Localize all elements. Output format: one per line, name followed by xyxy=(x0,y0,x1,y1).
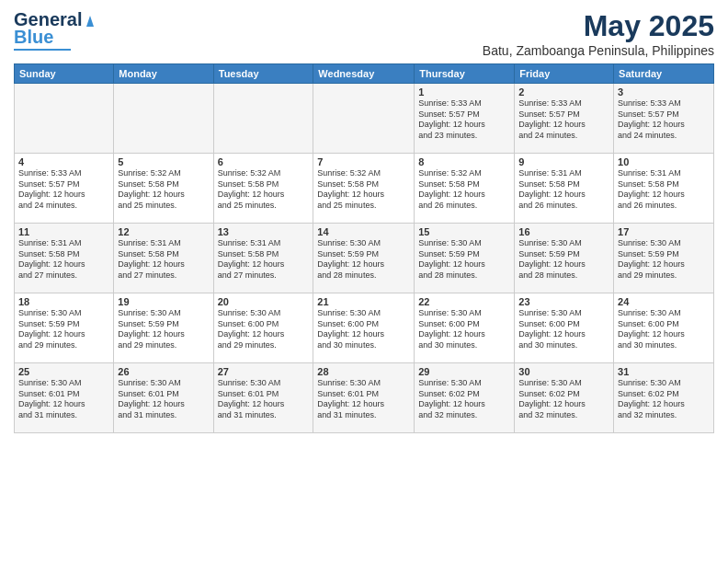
cell-0-4: 1Sunrise: 5:33 AM Sunset: 5:57 PM Daylig… xyxy=(415,84,515,154)
cell-1-1: 5Sunrise: 5:32 AM Sunset: 5:58 PM Daylig… xyxy=(114,154,213,224)
week-row-2: 11Sunrise: 5:31 AM Sunset: 5:58 PM Dayli… xyxy=(15,224,714,293)
cell-info: Sunrise: 5:30 AM Sunset: 6:00 PM Dayligh… xyxy=(618,308,710,351)
cell-3-4: 22Sunrise: 5:30 AM Sunset: 6:00 PM Dayli… xyxy=(415,293,515,363)
cell-2-1: 12Sunrise: 5:31 AM Sunset: 5:58 PM Dayli… xyxy=(114,224,213,293)
day-number: 5 xyxy=(118,156,209,167)
cell-info: Sunrise: 5:30 AM Sunset: 5:59 PM Dayligh… xyxy=(18,308,109,351)
cell-info: Sunrise: 5:30 AM Sunset: 6:02 PM Dayligh… xyxy=(618,378,710,421)
cell-info: Sunrise: 5:30 AM Sunset: 6:01 PM Dayligh… xyxy=(118,378,209,421)
cell-info: Sunrise: 5:30 AM Sunset: 5:59 PM Dayligh… xyxy=(618,238,710,282)
day-number: 8 xyxy=(418,156,510,167)
week-row-3: 18Sunrise: 5:30 AM Sunset: 5:59 PM Dayli… xyxy=(15,293,714,363)
day-number: 26 xyxy=(118,366,209,377)
cell-info: Sunrise: 5:30 AM Sunset: 6:02 PM Dayligh… xyxy=(518,378,609,421)
cell-0-2 xyxy=(213,84,313,154)
title-block: May 2025 Batu, Zamboanga Peninsula, Phil… xyxy=(483,9,714,58)
cell-4-4: 29Sunrise: 5:30 AM Sunset: 6:02 PM Dayli… xyxy=(415,363,515,433)
cell-0-6: 3Sunrise: 5:33 AM Sunset: 5:57 PM Daylig… xyxy=(614,84,714,154)
calendar-subtitle: Batu, Zamboanga Peninsula, Philippines xyxy=(483,43,714,58)
cell-info: Sunrise: 5:31 AM Sunset: 5:58 PM Dayligh… xyxy=(118,238,209,282)
cell-1-6: 10Sunrise: 5:31 AM Sunset: 5:58 PM Dayli… xyxy=(614,154,714,224)
day-number: 9 xyxy=(518,156,609,167)
day-number: 20 xyxy=(218,296,310,307)
cell-info: Sunrise: 5:33 AM Sunset: 5:57 PM Dayligh… xyxy=(18,168,109,212)
cell-info: Sunrise: 5:33 AM Sunset: 5:57 PM Dayligh… xyxy=(618,98,710,142)
cell-1-3: 7Sunrise: 5:32 AM Sunset: 5:58 PM Daylig… xyxy=(313,154,415,224)
logo-blue: Blue xyxy=(14,27,53,48)
day-number: 21 xyxy=(317,296,410,307)
day-number: 25 xyxy=(18,366,109,377)
col-friday: Friday xyxy=(515,64,614,84)
cell-1-0: 4Sunrise: 5:33 AM Sunset: 5:57 PM Daylig… xyxy=(15,154,114,224)
calendar-table: Sunday Monday Tuesday Wednesday Thursday… xyxy=(14,63,714,433)
calendar-page: General Blue May 2025 Batu, Zamboanga Pe… xyxy=(0,0,728,563)
header-row: Sunday Monday Tuesday Wednesday Thursday… xyxy=(15,64,714,84)
cell-info: Sunrise: 5:33 AM Sunset: 5:57 PM Dayligh… xyxy=(518,98,609,142)
day-number: 31 xyxy=(618,366,710,377)
day-number: 11 xyxy=(18,226,109,237)
col-saturday: Saturday xyxy=(614,64,714,84)
cell-info: Sunrise: 5:30 AM Sunset: 5:59 PM Dayligh… xyxy=(118,308,209,351)
day-number: 16 xyxy=(518,226,609,237)
week-row-4: 25Sunrise: 5:30 AM Sunset: 6:01 PM Dayli… xyxy=(15,363,714,433)
day-number: 14 xyxy=(317,226,410,237)
day-number: 28 xyxy=(317,366,410,377)
cell-4-3: 28Sunrise: 5:30 AM Sunset: 6:01 PM Dayli… xyxy=(313,363,415,433)
day-number: 13 xyxy=(218,226,310,237)
cell-4-5: 30Sunrise: 5:30 AM Sunset: 6:02 PM Dayli… xyxy=(515,363,614,433)
day-number: 10 xyxy=(618,156,710,167)
day-number: 7 xyxy=(317,156,410,167)
cell-info: Sunrise: 5:30 AM Sunset: 5:59 PM Dayligh… xyxy=(317,238,410,282)
day-number: 29 xyxy=(418,366,510,377)
cell-info: Sunrise: 5:30 AM Sunset: 5:59 PM Dayligh… xyxy=(518,238,609,282)
cell-4-6: 31Sunrise: 5:30 AM Sunset: 6:02 PM Dayli… xyxy=(614,363,714,433)
cell-info: Sunrise: 5:31 AM Sunset: 5:58 PM Dayligh… xyxy=(218,238,310,282)
cell-3-6: 24Sunrise: 5:30 AM Sunset: 6:00 PM Dayli… xyxy=(614,293,714,363)
week-row-0: 1Sunrise: 5:33 AM Sunset: 5:57 PM Daylig… xyxy=(15,84,714,154)
col-wednesday: Wednesday xyxy=(313,64,415,84)
logo-underline xyxy=(14,49,71,51)
cell-info: Sunrise: 5:30 AM Sunset: 6:02 PM Dayligh… xyxy=(418,378,510,421)
cell-3-2: 20Sunrise: 5:30 AM Sunset: 6:00 PM Dayli… xyxy=(213,293,313,363)
col-monday: Monday xyxy=(114,64,213,84)
cell-2-5: 16Sunrise: 5:30 AM Sunset: 5:59 PM Dayli… xyxy=(515,224,614,293)
cell-0-5: 2Sunrise: 5:33 AM Sunset: 5:57 PM Daylig… xyxy=(515,84,614,154)
day-number: 24 xyxy=(618,296,710,307)
cell-2-3: 14Sunrise: 5:30 AM Sunset: 5:59 PM Dayli… xyxy=(313,224,415,293)
cell-3-3: 21Sunrise: 5:30 AM Sunset: 6:00 PM Dayli… xyxy=(313,293,415,363)
cell-info: Sunrise: 5:31 AM Sunset: 5:58 PM Dayligh… xyxy=(618,168,710,212)
cell-info: Sunrise: 5:32 AM Sunset: 5:58 PM Dayligh… xyxy=(118,168,209,212)
week-row-1: 4Sunrise: 5:33 AM Sunset: 5:57 PM Daylig… xyxy=(15,154,714,224)
cell-3-0: 18Sunrise: 5:30 AM Sunset: 5:59 PM Dayli… xyxy=(15,293,114,363)
logo-triangle-icon xyxy=(82,12,98,29)
day-number: 17 xyxy=(618,226,710,237)
cell-2-0: 11Sunrise: 5:31 AM Sunset: 5:58 PM Dayli… xyxy=(15,224,114,293)
cell-info: Sunrise: 5:32 AM Sunset: 5:58 PM Dayligh… xyxy=(317,168,410,212)
cell-info: Sunrise: 5:33 AM Sunset: 5:57 PM Dayligh… xyxy=(418,98,510,142)
cell-3-1: 19Sunrise: 5:30 AM Sunset: 5:59 PM Dayli… xyxy=(114,293,213,363)
cell-1-4: 8Sunrise: 5:32 AM Sunset: 5:58 PM Daylig… xyxy=(415,154,515,224)
cell-4-0: 25Sunrise: 5:30 AM Sunset: 6:01 PM Dayli… xyxy=(15,363,114,433)
cell-info: Sunrise: 5:32 AM Sunset: 5:58 PM Dayligh… xyxy=(418,168,510,212)
day-number: 18 xyxy=(18,296,109,307)
logo: General Blue xyxy=(14,9,98,51)
cell-info: Sunrise: 5:30 AM Sunset: 5:59 PM Dayligh… xyxy=(418,238,510,282)
cell-2-2: 13Sunrise: 5:31 AM Sunset: 5:58 PM Dayli… xyxy=(213,224,313,293)
day-number: 22 xyxy=(418,296,510,307)
cell-0-0 xyxy=(15,84,114,154)
header: General Blue May 2025 Batu, Zamboanga Pe… xyxy=(14,9,714,58)
cell-info: Sunrise: 5:30 AM Sunset: 6:00 PM Dayligh… xyxy=(317,308,410,351)
day-number: 19 xyxy=(118,296,209,307)
col-sunday: Sunday xyxy=(15,64,114,84)
svg-marker-0 xyxy=(86,16,94,27)
day-number: 6 xyxy=(218,156,310,167)
cell-4-1: 26Sunrise: 5:30 AM Sunset: 6:01 PM Dayli… xyxy=(114,363,213,433)
day-number: 4 xyxy=(18,156,109,167)
cell-info: Sunrise: 5:30 AM Sunset: 6:00 PM Dayligh… xyxy=(218,308,310,351)
cell-info: Sunrise: 5:30 AM Sunset: 6:01 PM Dayligh… xyxy=(218,378,310,421)
cell-info: Sunrise: 5:31 AM Sunset: 5:58 PM Dayligh… xyxy=(18,238,109,282)
cell-info: Sunrise: 5:30 AM Sunset: 6:01 PM Dayligh… xyxy=(18,378,109,421)
day-number: 2 xyxy=(518,86,609,98)
cell-info: Sunrise: 5:30 AM Sunset: 6:00 PM Dayligh… xyxy=(418,308,510,351)
day-number: 1 xyxy=(418,86,510,98)
